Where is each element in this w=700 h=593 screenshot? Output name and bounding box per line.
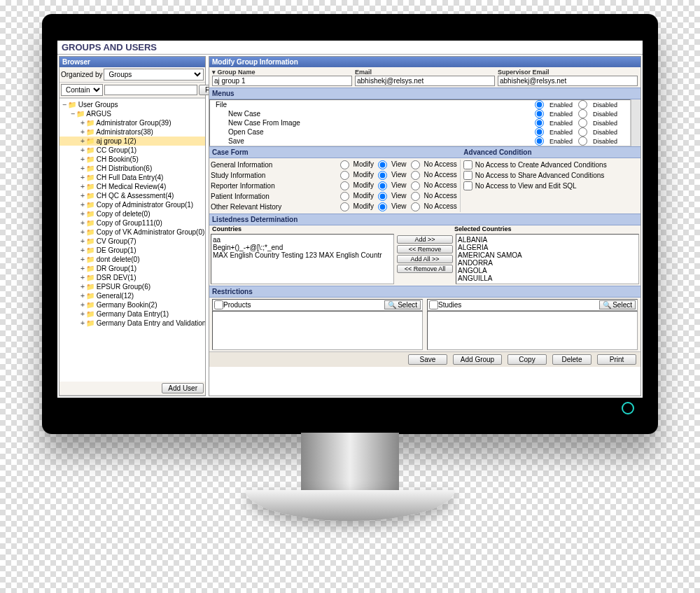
tree-item[interactable]: +📁 Copy of VK Administrator Group(0) xyxy=(59,228,205,237)
tree-item[interactable]: +📁 Copy of Group111(0) xyxy=(59,218,205,228)
expand-icon[interactable]: − xyxy=(69,110,76,118)
add-button[interactable]: Add >> xyxy=(397,235,453,244)
expand-icon[interactable]: + xyxy=(79,137,86,145)
tree-item[interactable]: +📁 CH Medical Review(4) xyxy=(59,182,205,191)
list-item[interactable]: ANDORRA xyxy=(458,259,637,267)
expand-icon[interactable]: + xyxy=(79,228,86,236)
add-group-button[interactable]: Add Group xyxy=(453,354,502,365)
enabled-radio[interactable] xyxy=(535,100,544,109)
modify-radio[interactable] xyxy=(340,171,349,180)
tree-item[interactable]: +📁 Copy of Administrator Group(1) xyxy=(59,200,205,209)
products-checkbox[interactable] xyxy=(214,300,223,309)
view-radio[interactable] xyxy=(378,171,387,180)
view-radio[interactable] xyxy=(378,160,387,169)
tree-item[interactable]: −📁 User Groups xyxy=(59,100,205,109)
expand-icon[interactable]: + xyxy=(79,174,86,181)
disabled-radio[interactable] xyxy=(578,137,587,146)
list-item[interactable]: aa xyxy=(213,236,392,244)
list-item[interactable]: ALGERIA xyxy=(458,244,637,251)
enabled-radio[interactable] xyxy=(535,118,544,127)
match-mode-select[interactable]: Contains xyxy=(61,84,103,96)
list-item[interactable]: AMERICAN SAMOA xyxy=(458,251,637,259)
view-radio[interactable] xyxy=(378,202,387,211)
expand-icon[interactable]: − xyxy=(61,101,68,109)
tree-item[interactable]: +📁 CH Full Data Entry(4) xyxy=(59,173,205,182)
modify-radio[interactable] xyxy=(340,202,349,211)
delete-button[interactable]: Delete xyxy=(552,354,592,365)
list-item[interactable]: ANGUILLA xyxy=(458,274,637,282)
tree-item[interactable]: +📁 DSR DEV(1) xyxy=(59,273,205,282)
tree-item[interactable]: +📁 DR Group(1) xyxy=(59,264,205,273)
expand-icon[interactable]: + xyxy=(79,128,86,136)
tree-item[interactable]: +📁 General(12) xyxy=(59,291,205,300)
disabled-radio[interactable] xyxy=(578,118,587,127)
disabled-radio[interactable] xyxy=(578,100,587,109)
noaccess-radio[interactable] xyxy=(411,192,420,201)
disabled-radio[interactable] xyxy=(578,127,587,137)
expand-icon[interactable]: + xyxy=(79,146,86,154)
add-all-button[interactable]: Add All >> xyxy=(397,255,453,263)
tree-item[interactable]: +📁 DE Group(1) xyxy=(59,246,205,255)
selected-countries-listbox[interactable]: ALBANIAALGERIAAMERICAN SAMOAANDORRAANGOL… xyxy=(456,234,639,284)
modify-radio[interactable] xyxy=(340,181,349,190)
expand-icon[interactable]: + xyxy=(79,310,86,318)
adv-checkbox[interactable] xyxy=(463,181,472,190)
list-item[interactable]: MAX English Country Testing 123 MAX Engl… xyxy=(213,251,392,259)
noaccess-radio[interactable] xyxy=(411,181,420,190)
group-name-input[interactable] xyxy=(212,76,352,86)
modify-radio[interactable] xyxy=(340,160,349,169)
expand-icon[interactable]: + xyxy=(79,283,86,291)
email-input[interactable] xyxy=(355,76,495,86)
expand-icon[interactable]: + xyxy=(79,119,86,127)
expand-icon[interactable]: + xyxy=(79,219,86,227)
tree-item[interactable]: +📁 CH QC & Assessment(4) xyxy=(59,191,205,200)
expand-icon[interactable]: + xyxy=(79,192,86,200)
tree-item[interactable]: +📁 Germany Bookin(2) xyxy=(59,300,205,309)
expand-icon[interactable]: + xyxy=(79,301,86,309)
tree-item[interactable]: +📁 CV Group(7) xyxy=(59,237,205,246)
noaccess-radio[interactable] xyxy=(411,160,420,169)
filter-input[interactable] xyxy=(104,85,197,95)
studies-select-button[interactable]: 🔍Select xyxy=(599,300,636,309)
list-item[interactable]: ANGOLA xyxy=(458,267,637,274)
menus-list[interactable]: FileEnabledDisabledNew CaseEnabledDisabl… xyxy=(209,99,631,146)
view-radio[interactable] xyxy=(378,192,387,201)
add-user-button[interactable]: Add User xyxy=(162,383,204,393)
list-item[interactable]: Begin+()_-+@[\:;*_end xyxy=(213,244,392,251)
organized-by-select[interactable]: Groups xyxy=(104,69,204,81)
expand-icon[interactable]: + xyxy=(79,265,86,272)
adv-checkbox[interactable] xyxy=(463,160,472,169)
expand-icon[interactable]: + xyxy=(79,256,86,263)
tree-item[interactable]: +📁 Germany Data Entry and Validation xyxy=(59,319,205,328)
expand-icon[interactable]: + xyxy=(79,155,86,163)
expand-icon[interactable]: + xyxy=(79,319,86,327)
tree-item[interactable]: +📁 dont delete(0) xyxy=(59,255,205,264)
expand-icon[interactable]: + xyxy=(79,183,86,190)
tree-item[interactable]: +📁 CC Group(1) xyxy=(59,146,205,155)
adv-checkbox[interactable] xyxy=(463,171,472,180)
tree-item[interactable]: −📁 ARGUS xyxy=(59,109,205,118)
tree-item[interactable]: +📁 CH Distribution(6) xyxy=(59,164,205,173)
expand-icon[interactable]: + xyxy=(79,246,86,254)
expand-icon[interactable]: + xyxy=(79,210,86,218)
expand-icon[interactable]: + xyxy=(79,274,86,281)
expand-icon[interactable]: + xyxy=(79,201,86,209)
disabled-radio[interactable] xyxy=(578,109,587,118)
copy-button[interactable]: Copy xyxy=(507,354,547,365)
studies-checkbox[interactable] xyxy=(429,300,438,309)
tree-item[interactable]: +📁 Administrator Group(39) xyxy=(59,118,205,127)
group-tree[interactable]: −📁 User Groups−📁 ARGUS+📁 Administrator G… xyxy=(59,98,205,382)
expand-icon[interactable]: + xyxy=(79,292,86,300)
tree-item[interactable]: +📁 Germany Data Entry(1) xyxy=(59,309,205,319)
products-select-button[interactable]: 🔍Select xyxy=(384,300,421,309)
enabled-radio[interactable] xyxy=(535,127,544,137)
enabled-radio[interactable] xyxy=(535,109,544,118)
modify-radio[interactable] xyxy=(340,192,349,201)
noaccess-radio[interactable] xyxy=(411,171,420,180)
list-item[interactable]: ALBANIA xyxy=(458,236,637,244)
tree-item[interactable]: +📁 aj group 1(2) xyxy=(59,137,205,146)
print-button[interactable]: Print xyxy=(597,354,636,365)
remove-all-button[interactable]: << Remove All xyxy=(397,265,453,273)
countries-listbox[interactable]: aaBegin+()_-+@[\:;*_endMAX English Count… xyxy=(211,234,394,284)
tree-item[interactable]: +📁 EPSUR Group(6) xyxy=(59,282,205,291)
